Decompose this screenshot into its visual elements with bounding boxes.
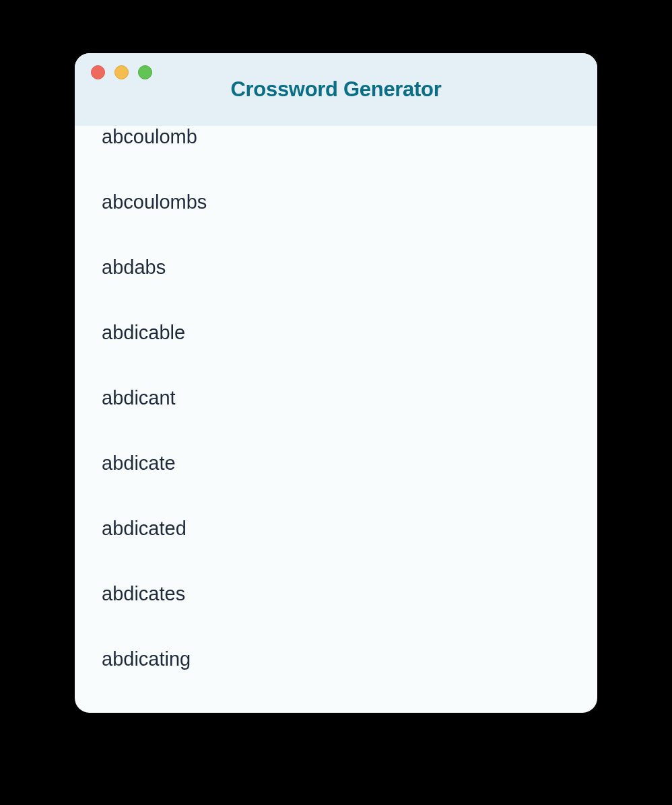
list-item[interactable]: abdabs [102, 235, 570, 300]
minimize-icon[interactable] [114, 65, 129, 79]
window-controls [91, 65, 152, 79]
titlebar: Crossword Generator [75, 53, 597, 126]
word-list: abcoulombabcoulombsabdabsabdicableabdica… [102, 126, 570, 713]
app-title: Crossword Generator [231, 77, 442, 102]
list-item[interactable]: abdicant [102, 365, 570, 431]
list-item[interactable]: abdicates [102, 561, 570, 627]
list-item[interactable]: abdication [102, 692, 570, 713]
zoom-icon[interactable] [138, 65, 152, 79]
list-item[interactable]: abcoulomb [102, 126, 570, 170]
list-item[interactable]: abcoulombs [102, 170, 570, 235]
word-list-viewport[interactable]: abcoulombabcoulombsabdabsabdicableabdica… [75, 126, 597, 713]
list-item[interactable]: abdicate [102, 431, 570, 496]
close-icon[interactable] [91, 65, 105, 79]
app-window: Crossword Generator abcoulombabcoulombsa… [75, 53, 597, 713]
list-item[interactable]: abdicating [102, 627, 570, 692]
list-item[interactable]: abdicated [102, 496, 570, 561]
list-item[interactable]: abdicable [102, 300, 570, 365]
